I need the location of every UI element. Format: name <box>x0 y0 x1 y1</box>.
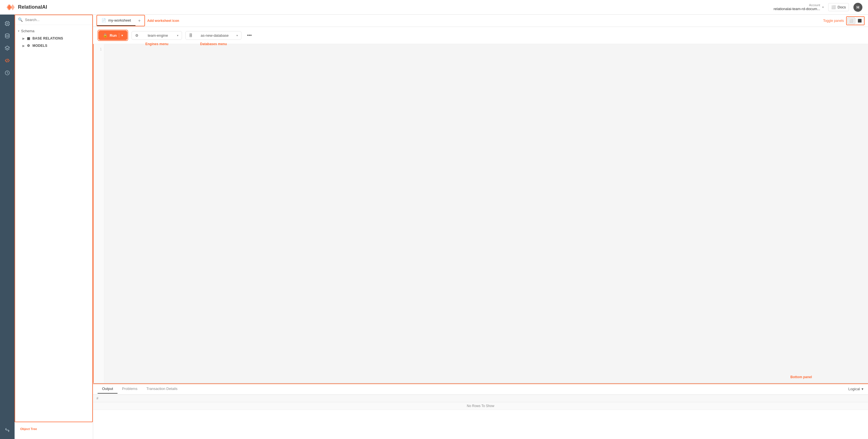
search-icon: 🔍 <box>18 18 23 22</box>
worksheet-tab[interactable]: 📄 my-worksheet <box>97 15 135 26</box>
engine-icon: ⚙ <box>135 33 138 37</box>
worksheet-tab-label: my-worksheet <box>108 18 131 23</box>
models-item[interactable]: ▶ ⚙ MODELS <box>14 42 93 49</box>
editor-area: Editor 1 <box>93 44 868 383</box>
sidebar-icon-editor[interactable] <box>2 55 13 66</box>
database-chevron: ▾ <box>237 34 238 37</box>
database-select[interactable]: 🗄 as-new-database ▾ <box>185 31 242 40</box>
model-icon: ⚙ <box>27 44 30 48</box>
table-header-hash: # <box>93 395 528 402</box>
toggle-right-panel-button[interactable]: ⬛ <box>856 18 864 24</box>
engine-chevron: ▾ <box>177 34 178 37</box>
more-options-button[interactable]: ••• <box>245 31 254 40</box>
logical-chevron: ▾ <box>862 387 864 391</box>
toggle-panels-annotation: Toggle panels <box>823 19 844 23</box>
database-icon: 🗄 <box>189 33 193 37</box>
editor-content[interactable] <box>104 44 868 383</box>
logical-select[interactable]: Logical ▾ <box>848 387 864 391</box>
table-header-empty <box>528 395 868 402</box>
top-header: RelationalAI Account relationalai-team-r… <box>0 0 868 14</box>
tree-section: ▾ Schema ▶ ▦ BASE RELATIONS ▶ ⚙ MODELS <box>14 25 93 439</box>
line-number-1: 1 <box>95 48 102 51</box>
svg-point-10 <box>5 34 9 35</box>
sidebar-icon-command[interactable] <box>2 425 13 436</box>
search-input[interactable] <box>25 18 90 22</box>
output-tab[interactable]: Output <box>98 384 118 394</box>
no-rows-row: No Rows To Show <box>93 402 868 410</box>
run-arrow-icon: ▾ <box>121 34 123 37</box>
account-dropdown-chevron[interactable]: ▾ <box>822 6 824 9</box>
problems-tab[interactable]: Problems <box>118 384 142 394</box>
tab-bar-left: 📄 my-worksheet + Add worksheet icon <box>96 15 179 26</box>
tab-bar-right: Toggle panels ⬜ ⬛ <box>823 16 865 25</box>
worksheet-icon: 📄 <box>101 18 106 23</box>
base-relations-chevron: ▶ <box>23 37 25 40</box>
account-label: Account <box>774 3 820 7</box>
docs-icon: ⬜ <box>831 5 836 9</box>
account-name: relationalai-team-rd-docum... <box>774 7 820 11</box>
run-button[interactable]: 🔒 Run ▾ <box>98 31 127 40</box>
account-section: Account relationalai-team-rd-docum... ▾ <box>774 3 824 11</box>
schema-header[interactable]: ▾ Schema <box>14 27 93 35</box>
schema-label: Schema <box>21 29 34 33</box>
main-layout: Object Tree 🔍 ▾ Schema ▶ ▦ BASE RELATION… <box>0 14 868 439</box>
lock-icon: 🔒 <box>103 33 107 37</box>
logo-icon <box>6 2 16 12</box>
line-numbers: 1 <box>93 44 104 383</box>
models-chevron: ▶ <box>23 44 25 48</box>
left-panel: Object Tree 🔍 ▾ Schema ▶ ▦ BASE RELATION… <box>14 14 93 439</box>
svg-line-11 <box>7 59 7 62</box>
no-rows-text: No Rows To Show <box>93 402 868 410</box>
icon-sidebar <box>0 14 14 439</box>
search-box: 🔍 <box>14 14 93 25</box>
engine-select[interactable]: ⚙ team-engine ▾ <box>131 31 182 40</box>
sidebar-icon-database[interactable] <box>2 30 13 41</box>
sidebar-icon-cpu[interactable] <box>2 18 13 29</box>
logo-area: RelationalAI <box>6 2 47 12</box>
base-relations-label: BASE RELATIONS <box>33 36 63 40</box>
engine-value: team-engine <box>148 33 168 37</box>
transaction-details-tab[interactable]: Transaction Details <box>142 384 182 394</box>
database-value: as-new-database <box>200 33 228 37</box>
sidebar-icon-layers[interactable] <box>2 42 13 54</box>
toggle-left-panel-button[interactable]: ⬜ <box>847 18 855 24</box>
models-label: MODELS <box>33 44 48 48</box>
add-worksheet-annotation: Add worksheet icon <box>147 19 179 23</box>
toolbar: 🔒 Run ▾ ⚙ team-engine ▾ Engines menu <box>93 27 868 44</box>
tab-bar: 📄 my-worksheet + Add worksheet icon Togg… <box>93 14 868 27</box>
bottom-tabs: Output Problems Transaction Details Logi… <box>93 383 868 395</box>
svg-rect-1 <box>6 23 8 24</box>
run-label: Run <box>110 33 117 37</box>
base-relations-item[interactable]: ▶ ▦ BASE RELATIONS <box>14 35 93 42</box>
bottom-table: # No Rows To Show <box>93 395 868 439</box>
app-container: RelationalAI Account relationalai-team-r… <box>0 0 868 439</box>
sidebar-icon-history[interactable] <box>2 67 13 79</box>
logo-text: RelationalAI <box>18 4 47 10</box>
content-area: 📄 my-worksheet + Add worksheet icon Togg… <box>93 14 868 439</box>
docs-button[interactable]: ⬜ Docs <box>828 3 849 11</box>
table-icon: ▦ <box>27 36 30 40</box>
logical-value: Logical <box>848 387 860 391</box>
schema-chevron: ▾ <box>18 29 19 33</box>
user-avatar[interactable]: H <box>854 3 862 12</box>
add-tab-button[interactable]: + <box>135 17 143 25</box>
header-right: Account relationalai-team-rd-docum... ▾ … <box>774 3 862 12</box>
bottom-panel: Bottom panel Output Problems Transaction… <box>93 383 868 439</box>
